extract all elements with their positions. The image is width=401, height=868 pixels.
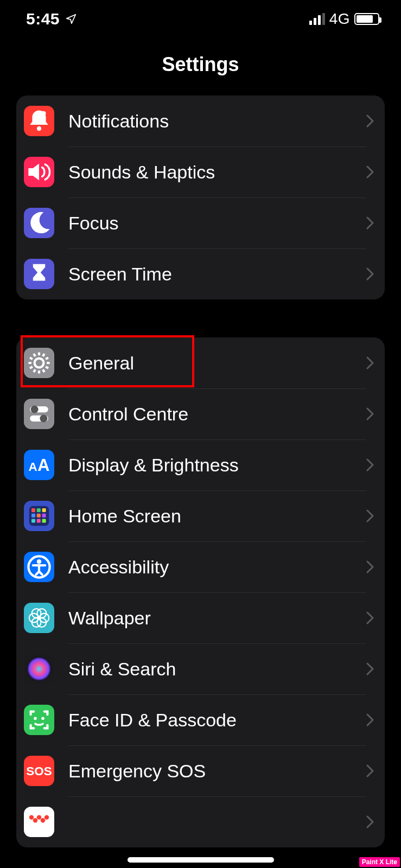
row-label: Display & Brightness [68, 455, 239, 476]
svg-rect-30 [42, 519, 46, 523]
svg-point-16 [31, 406, 39, 413]
chevron-right-icon [366, 815, 374, 828]
row-label-area: Face ID & Passcode [68, 694, 366, 745]
settings-row-sounds[interactable]: Sounds & Haptics [16, 146, 385, 197]
row-label: Screen Time [68, 264, 172, 285]
settings-row-focus[interactable]: Focus [16, 197, 385, 248]
display-icon: AA [24, 450, 54, 480]
watermark-badge: Paint X Lite [359, 857, 400, 867]
settings-row-sos[interactable]: SOS Emergency SOS [16, 745, 385, 796]
sos-icon: SOS [24, 756, 54, 786]
settings-row-wallpaper[interactable]: Wallpaper [16, 592, 385, 643]
svg-point-0 [37, 126, 41, 131]
chevron-right-icon [366, 267, 374, 280]
row-label: General [68, 353, 134, 374]
settings-group-0: Notifications Sounds & Haptics Focus Scr… [16, 95, 385, 299]
row-label-area: Screen Time [68, 248, 366, 299]
faceid-icon [24, 705, 54, 735]
chevron-right-icon [366, 216, 374, 229]
row-label-area: General [68, 337, 366, 388]
svg-text:SOS: SOS [26, 764, 52, 778]
row-label-area [68, 796, 366, 847]
svg-rect-26 [37, 514, 41, 518]
settings-row-controlcentre[interactable]: Control Centre [16, 388, 385, 439]
status-right: 4G [309, 10, 379, 28]
page-title: Settings [0, 38, 401, 95]
row-label-area: Notifications [68, 95, 366, 146]
settings-row-screentime[interactable]: Screen Time [16, 248, 385, 299]
chevron-right-icon [366, 611, 374, 624]
chevron-right-icon [366, 458, 374, 471]
row-label: Accessibility [68, 557, 169, 578]
focus-icon [24, 208, 54, 238]
svg-point-2 [35, 359, 44, 368]
svg-point-39 [37, 616, 41, 620]
row-label: Notifications [68, 111, 169, 132]
svg-point-44 [29, 815, 34, 819]
row-label: Emergency SOS [68, 761, 206, 782]
network-label: 4G [329, 10, 350, 28]
row-label-area: Siri & Search [68, 643, 366, 694]
svg-point-42 [41, 717, 44, 720]
svg-point-1 [41, 111, 46, 116]
status-bar: 5:45 4G [0, 0, 401, 38]
status-left: 5:45 [26, 10, 77, 28]
svg-line-8 [30, 367, 33, 368]
signal-icon [309, 13, 325, 25]
chevron-right-icon [366, 356, 374, 369]
row-label: Home Screen [68, 506, 181, 527]
row-label: Control Centre [68, 404, 188, 425]
chevron-right-icon [366, 764, 374, 777]
location-icon [65, 13, 77, 25]
chevron-right-icon [366, 407, 374, 420]
settings-row-accessibility[interactable]: Accessibility [16, 541, 385, 592]
svg-rect-29 [37, 519, 41, 523]
row-label: Siri & Search [68, 659, 176, 680]
row-label-area: Sounds & Haptics [68, 146, 366, 197]
svg-point-41 [34, 717, 37, 720]
chevron-right-icon [366, 165, 374, 178]
status-time: 5:45 [26, 10, 60, 28]
svg-line-14 [46, 358, 48, 359]
general-icon [24, 348, 54, 378]
row-label-area: Wallpaper [68, 592, 366, 643]
svg-point-32 [37, 559, 41, 564]
svg-line-7 [34, 369, 35, 372]
screentime-icon [24, 259, 54, 289]
svg-line-4 [46, 367, 48, 368]
chevron-right-icon [366, 509, 374, 522]
settings-row-display[interactable]: AA Display & Brightness [16, 439, 385, 490]
settings-row-faceid[interactable]: Face ID & Passcode [16, 694, 385, 745]
home-indicator[interactable] [128, 857, 274, 863]
svg-line-10 [30, 358, 33, 359]
svg-point-48 [44, 815, 49, 819]
settings-content: Notifications Sounds & Haptics Focus Scr… [0, 95, 401, 847]
row-label: Wallpaper [68, 608, 151, 629]
row-label-area: Home Screen [68, 490, 366, 541]
svg-text:A: A [28, 460, 37, 474]
row-label-area: Control Centre [68, 388, 366, 439]
row-label-area: Accessibility [68, 541, 366, 592]
battery-icon [354, 13, 379, 25]
svg-rect-22 [31, 508, 35, 512]
svg-point-45 [33, 818, 37, 822]
settings-row-notifications[interactable]: Notifications [16, 95, 385, 146]
svg-point-18 [40, 414, 47, 422]
settings-row-siri[interactable]: Siri & Search [16, 643, 385, 694]
settings-row-general[interactable]: General [16, 337, 385, 388]
settings-row-homescreen[interactable]: Home Screen [16, 490, 385, 541]
svg-rect-27 [42, 514, 46, 518]
settings-row-exposure[interactable] [16, 796, 385, 847]
row-label-area: Display & Brightness [68, 439, 366, 490]
notifications-icon [24, 106, 54, 136]
row-label: Sounds & Haptics [68, 162, 215, 183]
svg-rect-23 [37, 508, 41, 512]
chevron-right-icon [366, 560, 374, 573]
chevron-right-icon [366, 662, 374, 675]
svg-rect-25 [31, 514, 35, 518]
svg-line-11 [34, 354, 35, 356]
svg-point-46 [37, 815, 41, 819]
row-label: Face ID & Passcode [68, 710, 237, 731]
chevron-right-icon [366, 713, 374, 726]
homescreen-icon [24, 501, 54, 531]
